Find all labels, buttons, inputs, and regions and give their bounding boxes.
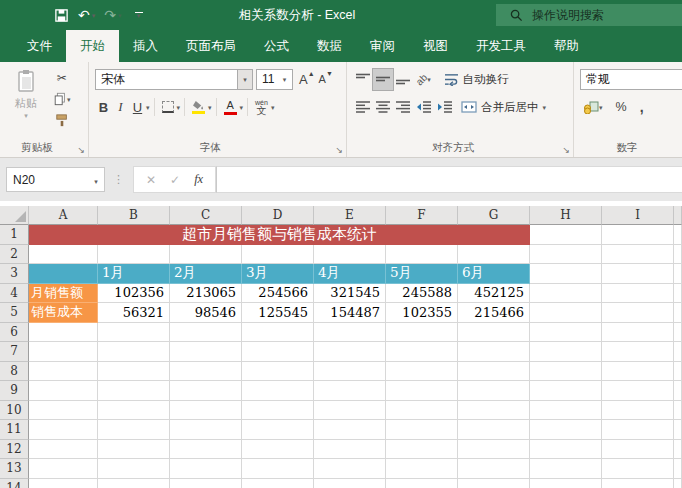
cell-B5[interactable]: 56321	[98, 303, 170, 323]
cell-I1[interactable]	[602, 225, 674, 245]
cell-I13[interactable]	[602, 459, 674, 479]
font-size-dropdown-icon[interactable]: ▾	[277, 70, 292, 89]
cell-A9[interactable]	[29, 381, 98, 401]
row-header-5[interactable]: 5	[0, 303, 29, 323]
cell-G3[interactable]: 6月	[458, 264, 530, 284]
cell-E2[interactable]	[314, 245, 386, 265]
cell-C6[interactable]	[170, 323, 242, 343]
row-header-7[interactable]: 7	[0, 342, 29, 362]
cell-I12[interactable]	[602, 440, 674, 460]
cell-A1-title[interactable]: 超市月销售额与销售成本统计	[29, 225, 530, 245]
cell-B6[interactable]	[98, 323, 170, 343]
comma-style-button[interactable]: ,	[637, 97, 647, 118]
cell-G11[interactable]	[458, 420, 530, 440]
cell-H9[interactable]	[530, 381, 602, 401]
column-header-H[interactable]: H	[530, 206, 602, 225]
cell-I14[interactable]	[602, 479, 674, 488]
cell-I2[interactable]	[602, 245, 674, 265]
cell-H13[interactable]	[530, 459, 602, 479]
column-header-I[interactable]: I	[602, 206, 674, 225]
cut-button[interactable]: ✂	[50, 69, 74, 87]
phonetic-guide-button[interactable]: wén 文	[252, 97, 271, 118]
format-painter-button[interactable]	[50, 111, 74, 129]
cell-H4[interactable]	[530, 284, 602, 304]
cancel-entry-button[interactable]: ✕	[146, 173, 156, 187]
cell-B11[interactable]	[98, 420, 170, 440]
cell-F8[interactable]	[386, 362, 458, 382]
cell-A12[interactable]	[29, 440, 98, 460]
cell-F14[interactable]	[386, 479, 458, 488]
row-header-11[interactable]: 11	[0, 420, 29, 440]
cell-F4[interactable]: 245588	[386, 284, 458, 304]
cell-H8[interactable]	[530, 362, 602, 382]
row-header-3[interactable]: 3	[0, 264, 29, 284]
row-header-14[interactable]: 14	[0, 479, 29, 488]
row-header-4[interactable]: 4	[0, 284, 29, 304]
font-color-button[interactable]: A	[221, 97, 240, 118]
cell-F3[interactable]: 5月	[386, 264, 458, 284]
cell-F10[interactable]	[386, 401, 458, 421]
cell-B4[interactable]: 102356	[98, 284, 170, 304]
customize-qat-button[interactable]: ▾	[135, 12, 143, 18]
borders-button[interactable]	[159, 97, 177, 118]
tab-insert[interactable]: 插入	[119, 30, 172, 62]
fill-color-dropdown-icon[interactable]: ▾	[208, 104, 212, 111]
cell-E13[interactable]	[314, 459, 386, 479]
save-button[interactable]	[54, 8, 69, 23]
cell-I4[interactable]	[602, 284, 674, 304]
cell-D2[interactable]	[242, 245, 314, 265]
increase-font-button[interactable]: A▲	[299, 72, 315, 87]
name-box[interactable]: N20 ▾	[6, 167, 105, 192]
insert-function-button[interactable]: fx	[194, 172, 203, 187]
cell-A11[interactable]	[29, 420, 98, 440]
column-header-F[interactable]: F	[386, 206, 458, 225]
align-left-button[interactable]	[353, 97, 373, 118]
cell-I7[interactable]	[602, 342, 674, 362]
cell-A14[interactable]	[29, 479, 98, 488]
tab-home[interactable]: 开始	[66, 30, 119, 62]
cell-C12[interactable]	[170, 440, 242, 460]
top-align-button[interactable]	[353, 69, 373, 90]
cell-A6[interactable]	[29, 323, 98, 343]
cell-I6[interactable]	[602, 323, 674, 343]
cell-G6[interactable]	[458, 323, 530, 343]
cell-I9[interactable]	[602, 381, 674, 401]
cell-A7[interactable]	[29, 342, 98, 362]
row-header-9[interactable]: 9	[0, 381, 29, 401]
cell-A3[interactable]	[29, 264, 98, 284]
cell-D12[interactable]	[242, 440, 314, 460]
cell-D10[interactable]	[242, 401, 314, 421]
cell-C14[interactable]	[170, 479, 242, 488]
cell-E6[interactable]	[314, 323, 386, 343]
row-header-1[interactable]: 1	[0, 225, 29, 245]
cell-A2[interactable]	[29, 245, 98, 265]
cell-F5[interactable]: 102355	[386, 303, 458, 323]
cell-A8[interactable]	[29, 362, 98, 382]
align-right-button[interactable]	[393, 97, 413, 118]
cell-A4[interactable]: 月销售额	[29, 284, 98, 304]
bottom-align-button[interactable]	[393, 69, 413, 90]
font-color-dropdown-icon[interactable]: ▾	[240, 104, 244, 111]
row-header-10[interactable]: 10	[0, 401, 29, 421]
cell-E3[interactable]: 4月	[314, 264, 386, 284]
merge-center-button[interactable]: 合并后居中 ▾	[461, 97, 546, 118]
cell-E11[interactable]	[314, 420, 386, 440]
row-header-12[interactable]: 12	[0, 440, 29, 460]
cell-E10[interactable]	[314, 401, 386, 421]
cell-H6[interactable]	[530, 323, 602, 343]
align-center-button[interactable]	[373, 97, 393, 118]
cell-G2[interactable]	[458, 245, 530, 265]
cell-C2[interactable]	[170, 245, 242, 265]
tab-page-layout[interactable]: 页面布局	[172, 30, 250, 62]
cell-H7[interactable]	[530, 342, 602, 362]
cell-G9[interactable]	[458, 381, 530, 401]
redo-button[interactable]: ↷ ▾	[104, 8, 121, 22]
cell-B10[interactable]	[98, 401, 170, 421]
cell-H14[interactable]	[530, 479, 602, 488]
cell-H1[interactable]	[530, 225, 602, 245]
cell-D6[interactable]	[242, 323, 314, 343]
merge-dropdown-icon[interactable]: ▾	[543, 104, 547, 111]
cell-F9[interactable]	[386, 381, 458, 401]
select-all-corner[interactable]	[0, 206, 29, 225]
tab-formulas[interactable]: 公式	[250, 30, 303, 62]
